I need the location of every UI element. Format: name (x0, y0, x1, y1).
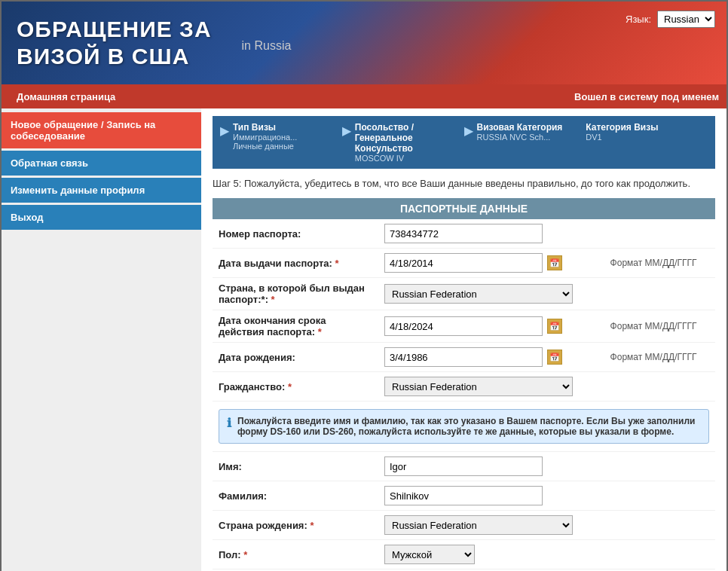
logged-in-label: Вошел в систему под именем (574, 91, 719, 102)
citizenship-select[interactable]: Russian Federation United States Germany (384, 377, 573, 396)
passport-form: Номер паспорта: Дата выдачи паспорта: * (213, 219, 715, 571)
issue-date-calendar-icon[interactable]: 📅 (547, 255, 562, 270)
last-name-input[interactable] (384, 486, 543, 505)
info-icon: ℹ (227, 416, 231, 430)
sidebar: Новое обращение / Запись на собеседовани… (2, 108, 201, 571)
gender-required: * (243, 549, 247, 560)
citizenship-row: Гражданство: * Russian Federation United… (213, 372, 715, 402)
dob-field: 📅 (384, 347, 598, 367)
gender-label: Пол: (219, 549, 241, 560)
issue-country-select[interactable]: Russian Federation United States Germany (384, 284, 573, 304)
dob-format: Формат ММ/ДД/ГГГГ (610, 352, 697, 362)
birth-country-select[interactable]: Russian Federation United States Germany (384, 515, 573, 535)
step-visa-type-title: Тип Визы (233, 122, 297, 133)
birth-country-required: * (310, 520, 314, 531)
issue-date-input[interactable] (384, 253, 543, 273)
step-personal-data: Личные данные (233, 142, 297, 151)
info-box: ℹ Пожалуйста введите имя и фамилию, так … (219, 409, 709, 444)
last-name-row: Фамилия: (213, 481, 715, 511)
step-visa-class-title: Категория Визы (586, 122, 658, 133)
expiry-date-field: 📅 (384, 316, 598, 336)
info-row: ℹ Пожалуйста введите имя и фамилию, так … (213, 402, 715, 452)
section-header: ПАСПОРТНЫЕ ДАННЫЕ (213, 198, 715, 219)
gender-select[interactable]: Мужской Женский (384, 545, 475, 564)
step-embassy-sub: MOSCOW IV (355, 154, 464, 163)
passport-number-row: Номер паспорта: (213, 219, 715, 249)
birth-country-row: Страна рождения: * Russian Federation Un… (213, 511, 715, 540)
expiry-date-row: Дата окончания срока действия паспорта: … (213, 310, 715, 343)
first-name-row: Имя: (213, 452, 715, 481)
step-visa-cat-sub: RUSSIA NVC Sch... (477, 133, 563, 142)
home-link[interactable]: Домашняя страница (9, 88, 123, 105)
last-name-label: Фамилия: (213, 481, 378, 511)
language-label: Язык: (626, 14, 651, 25)
sidebar-item-new-application[interactable]: Новое обращение / Запись на собеседовани… (2, 112, 201, 148)
step-instruction: Шаг 5: Пожалуйста, убедитесь в том, что … (213, 178, 715, 189)
citizenship-required: * (288, 381, 292, 392)
wizard-step-visa-type: ▶ Тип Визы Иммиграциона... Личные данные (220, 122, 342, 163)
header-title-line2: ВИЗОЙ В США (17, 43, 212, 70)
arrow-icon-1: ▶ (220, 124, 229, 138)
dob-label: Дата рождения: (213, 343, 378, 372)
wizard-step-embassy: ▶ Посольство / Генеральное Консульство M… (342, 122, 464, 163)
info-text: Пожалуйста введите имя и фамилию, так ка… (237, 416, 701, 437)
gender-row: Пол: * Мужской Женский (213, 540, 715, 569)
step-visa-cat-title: Визовая Категория (477, 122, 563, 133)
first-name-label: Имя: (213, 452, 378, 481)
issue-country-row: Страна, в которой был выдан паспорт:*: *… (213, 278, 715, 310)
content-area: ▶ Тип Визы Иммиграциона... Личные данные… (201, 108, 726, 571)
arrow-icon-3: ▶ (464, 124, 473, 138)
sidebar-item-logout[interactable]: Выход (2, 205, 201, 230)
wizard-steps: ▶ Тип Визы Иммиграциона... Личные данные… (213, 116, 715, 169)
first-name-input[interactable] (384, 456, 543, 476)
header-title-line1: ОБРАЩЕНИЕ ЗА (17, 16, 212, 43)
expiry-date-required: * (318, 326, 322, 337)
language-selector: Язык: Russian English (626, 11, 715, 28)
wizard-step-visa-class: Категория Визы DV1 (586, 122, 708, 163)
step-visa-type-sub: Иммиграциона... (233, 133, 297, 142)
issue-date-field: 📅 (384, 253, 598, 273)
main-layout: Новое обращение / Запись на собеседовани… (2, 108, 726, 571)
arrow-icon-2: ▶ (342, 124, 351, 138)
wizard-step-visa-category: ▶ Визовая Категория RUSSIA NVC Sch... (464, 122, 586, 163)
expiry-date-label: Дата окончания срока действия паспорта: (219, 315, 326, 337)
dob-calendar-icon[interactable]: 📅 (547, 350, 562, 365)
passport-number-input[interactable] (384, 224, 543, 243)
expiry-date-format: Формат ММ/ДД/ГГГГ (610, 321, 697, 331)
navbar: Домашняя страница Вошел в систему под им… (2, 84, 726, 108)
step-visa-class-sub: DV1 (586, 133, 658, 142)
step-embassy-title: Посольство / Генеральное Консульство (355, 122, 464, 154)
sidebar-item-edit-profile[interactable]: Изменить данные профиля (2, 178, 201, 203)
dob-row: Дата рождения: 📅 Формат ММ/ДД/ГГГГ (213, 343, 715, 372)
expiry-date-input[interactable] (384, 316, 543, 336)
issue-date-row: Дата выдачи паспорта: * 📅 Формат ММ/ДД/Г… (213, 249, 715, 278)
sidebar-item-feedback[interactable]: Обратная связь (2, 151, 201, 176)
issue-date-required: * (335, 258, 339, 269)
language-select[interactable]: Russian English (657, 11, 715, 28)
passport-number-label: Номер паспорта: (213, 219, 378, 249)
issue-date-label: Дата выдачи паспорта: (219, 258, 332, 269)
issue-country-label: Страна, в которой был выдан паспорт:*: (219, 282, 365, 305)
issue-date-format: Формат ММ/ДД/ГГГГ (610, 258, 697, 268)
birth-country-label: Страна рождения: (219, 520, 307, 531)
issue-country-required: * (271, 294, 275, 305)
header-subtitle: in Russia (242, 17, 292, 53)
citizenship-label: Гражданство: (219, 381, 285, 392)
expiry-date-calendar-icon[interactable]: 📅 (547, 319, 562, 334)
dob-input[interactable] (384, 347, 543, 367)
header: ОБРАЩЕНИЕ ЗА ВИЗОЙ В США in Russia Язык:… (2, 2, 726, 84)
